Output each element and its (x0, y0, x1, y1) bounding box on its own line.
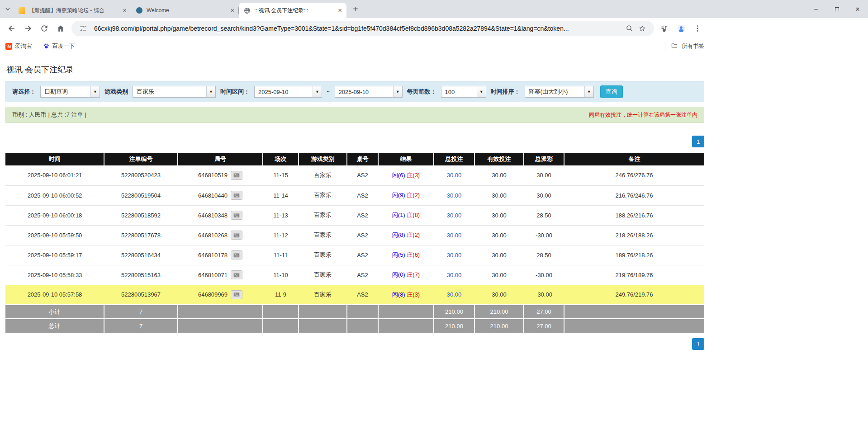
bookmarks-divider (665, 42, 665, 51)
cell-bet-id: 522800519504 (104, 185, 178, 205)
chevron-down-icon[interactable]: ▼ (584, 86, 593, 97)
profile-avatar[interactable] (673, 20, 689, 37)
cell-bet-id: 522800513967 (104, 285, 178, 305)
back-button[interactable] (4, 20, 20, 37)
tab-welcome[interactable]: Welcome ✕ (131, 3, 239, 18)
cell-bet-id: 522800516434 (104, 245, 178, 265)
window-controls: ✕ (806, 0, 868, 18)
video-replay-icon[interactable] (231, 191, 242, 200)
cell-session: 11-10 (263, 265, 299, 285)
page-number-button[interactable]: 1 (692, 338, 704, 350)
cell-result: 闲(1) 庄(8) (378, 205, 434, 225)
cell-table-no: AS2 (347, 165, 378, 185)
cell-time: 2025-09-10 06:01:21 (5, 165, 104, 185)
browser-menu-icon[interactable] (689, 20, 706, 37)
cell-session: 11-12 (263, 225, 299, 245)
cell-game: 百家乐 (299, 225, 347, 245)
total-bet-link[interactable]: 30.00 (447, 272, 462, 278)
cell-time: 2025-09-10 05:58:33 (5, 265, 104, 285)
bookmark-label: 爱淘宝 (15, 42, 32, 50)
home-button[interactable] (52, 20, 69, 37)
result-banker: 庄(8) (407, 212, 420, 218)
total-bet-link[interactable]: 30.00 (447, 291, 462, 298)
pagination-top: 1 (5, 136, 704, 147)
query-type-label: 请选择： (12, 88, 36, 96)
date-to-select[interactable]: 2025-09-10 ▼ (335, 86, 403, 98)
cell-time: 2025-09-10 05:59:50 (5, 225, 104, 245)
page-title: 视讯 会员下注纪录 (6, 64, 704, 75)
bet-records-page: 视讯 会员下注纪录 请选择： 日期查询 ▼ 游戏类别 百家乐 ▼ 时间区间： 2… (5, 54, 704, 350)
col-header-game: 游戏类别 (299, 153, 347, 165)
site-settings-icon[interactable] (77, 22, 90, 35)
result-player: 闲(8) (392, 291, 405, 298)
total-bet-link[interactable]: 30.00 (447, 212, 462, 219)
col-header-time: 时间 (5, 153, 104, 165)
welcome-favicon-icon (136, 7, 143, 14)
cell-table-no: AS2 (347, 265, 378, 285)
search-button[interactable]: 查询 (600, 85, 623, 98)
total-valid-bet: 210.00 (474, 319, 524, 333)
video-replay-icon[interactable] (231, 231, 242, 240)
table-row: 2025-09-10 06:00:18 522800518592 6468103… (5, 205, 704, 225)
address-bar[interactable]: 66cxkj98.com/ipl/portal.php/game/betreco… (71, 21, 654, 36)
query-type-select[interactable]: 日期查询 ▼ (40, 86, 100, 98)
close-tab-icon[interactable]: ✕ (228, 7, 236, 14)
total-bet-link[interactable]: 30.00 (447, 192, 462, 199)
all-bookmarks[interactable]: 所有书签 (665, 42, 704, 51)
sort-order-select[interactable]: 降幂(由大到小) ▼ (525, 86, 594, 98)
chevron-down-icon[interactable]: ▼ (206, 86, 215, 97)
maximize-button[interactable] (826, 0, 847, 18)
tab-forum[interactable]: 【新提醒】海燕策略论坛 - 综合 ✕ (14, 3, 131, 18)
minimize-button[interactable] (806, 0, 826, 18)
cell-bet-id: 522800517678 (104, 225, 178, 245)
date-from-select[interactable]: 2025-09-10 ▼ (254, 86, 322, 98)
new-tab-button[interactable]: + (349, 3, 362, 15)
close-tab-icon[interactable]: ✕ (121, 7, 128, 14)
video-replay-icon[interactable] (231, 171, 242, 180)
chevron-down-icon[interactable]: ▼ (393, 86, 402, 97)
cell-result: 闲(0) 庄(7) (378, 265, 434, 285)
chevron-down-icon[interactable]: ▼ (477, 86, 486, 97)
video-replay-icon[interactable] (231, 211, 242, 220)
chevron-down-icon[interactable]: ▼ (313, 86, 322, 97)
page-size-select[interactable]: 100 ▼ (441, 86, 486, 98)
close-button[interactable]: ✕ (847, 0, 868, 18)
round-number: 646810178 (198, 252, 228, 259)
total-bet-link[interactable]: 30.00 (447, 172, 462, 179)
valid-bet-notice: 同局有效投注，统一计算在该局第一张注单内 (589, 111, 697, 119)
close-tab-icon[interactable]: ✕ (336, 7, 344, 14)
tab-strip: 【新提醒】海燕策略论坛 - 综合 ✕ Welcome ✕ :::视讯 会员下注纪… (0, 0, 868, 18)
bookmark-baidu[interactable]: 百度一下 (43, 42, 75, 51)
empty-cell (299, 319, 347, 333)
browser-toolbar: 66cxkj98.com/ipl/portal.php/game/betreco… (0, 18, 868, 39)
video-replay-icon[interactable] (231, 270, 242, 279)
reload-button[interactable] (36, 20, 52, 37)
bookmark-star-icon[interactable] (636, 22, 649, 35)
cell-round: 646810519 (178, 165, 263, 185)
forward-button[interactable] (20, 20, 36, 37)
result-banker: 庄(6) (407, 251, 420, 258)
cell-game: 百家乐 (299, 265, 347, 285)
round-number: 646810071 (198, 272, 228, 278)
cell-result: 闲(5) 庄(6) (378, 245, 434, 265)
game-type-select[interactable]: 百家乐 ▼ (133, 86, 216, 98)
total-bet-link[interactable]: 30.00 (447, 232, 462, 239)
total-bet-link[interactable]: 30.00 (447, 252, 462, 259)
chevron-down-icon[interactable]: ▼ (90, 86, 100, 97)
sort-order-label: 时间排序： (491, 88, 520, 96)
table-row: 2025-09-10 05:57:58 522800513967 6468099… (5, 285, 704, 305)
bookmark-taobao[interactable]: 淘 爱淘宝 (5, 42, 32, 50)
tab-search-icon[interactable] (2, 3, 14, 15)
cell-round: 646810268 (178, 225, 263, 245)
cell-session: 11-14 (263, 185, 299, 205)
media-control-icon[interactable] (657, 20, 673, 37)
zoom-icon[interactable] (623, 22, 636, 35)
page-number-button[interactable]: 1 (692, 136, 704, 147)
video-replay-icon[interactable] (231, 290, 242, 299)
video-replay-icon[interactable] (231, 250, 242, 259)
bet-records-table: 时间 注单编号 局号 场次 游戏类别 桌号 结果 总投注 有效投注 总派彩 备注… (5, 153, 704, 333)
tab-bet-records[interactable]: :::视讯 会员下注纪录::: ✕ (239, 3, 346, 18)
url-text[interactable]: 66cxkj98.com/ipl/portal.php/game/betreco… (94, 25, 619, 32)
col-header-payout: 总派彩 (524, 153, 564, 165)
all-bookmarks-label: 所有书签 (682, 42, 704, 50)
